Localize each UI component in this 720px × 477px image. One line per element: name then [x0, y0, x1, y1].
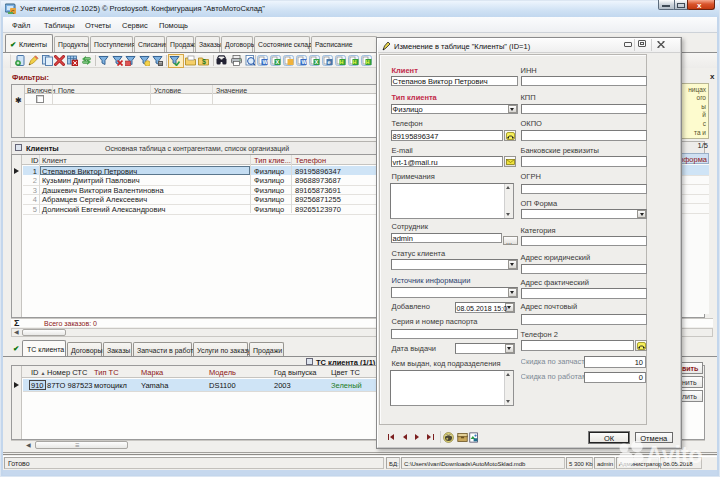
svg-text:H: H [353, 59, 357, 65]
svg-text:X: X [276, 59, 280, 65]
svg-text:Avito: Avito [646, 442, 703, 468]
svg-text:H: H [340, 59, 344, 65]
svg-text:W: W [263, 59, 269, 65]
svg-text:H: H [366, 59, 370, 65]
svg-text:X: X [315, 59, 319, 65]
svg-text:e: e [328, 59, 331, 65]
svg-text:W: W [302, 59, 308, 65]
svg-text:$: $ [202, 58, 206, 66]
